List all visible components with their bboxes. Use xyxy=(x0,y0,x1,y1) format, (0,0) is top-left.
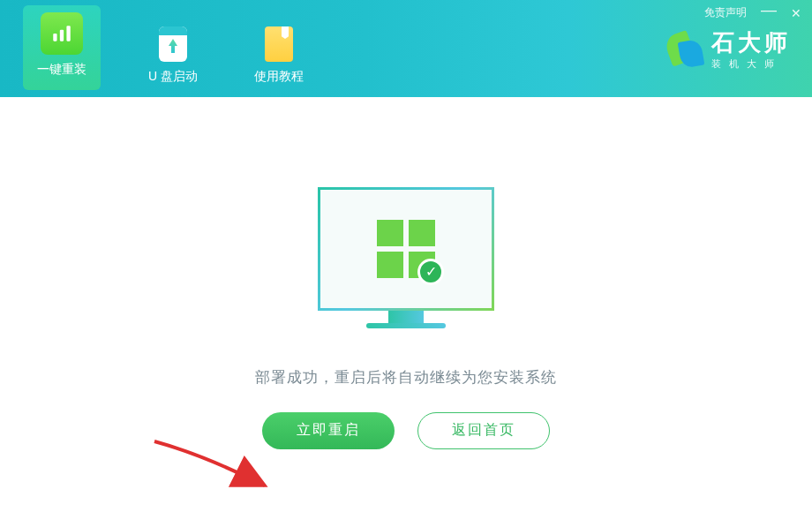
tab-bar: 一键重装 U 盘启动 使用教程 xyxy=(0,0,312,97)
tab-usb-boot[interactable]: U 盘启动 xyxy=(139,18,207,97)
windows-logo-icon: ✓ xyxy=(377,220,435,278)
app-window: 免责声明 — ✕ 一键重装 U 盘启动 使用教程 xyxy=(0,0,812,512)
success-illustration: ✓ xyxy=(318,187,494,328)
tab-label: 一键重装 xyxy=(37,62,86,78)
home-button[interactable]: 返回首页 xyxy=(417,412,550,449)
window-controls: 免责声明 — ✕ xyxy=(704,5,801,20)
tab-tutorial[interactable]: 使用教程 xyxy=(245,18,312,97)
annotation-arrow xyxy=(150,437,274,499)
header-bar: 免责声明 — ✕ 一键重装 U 盘启动 使用教程 xyxy=(0,0,812,97)
brand-logo-icon xyxy=(664,30,704,71)
tab-label: U 盘启动 xyxy=(148,69,198,85)
check-badge-icon: ✓ xyxy=(417,259,444,285)
tab-label: 使用教程 xyxy=(254,69,304,85)
brand-logo-block: 石大师 装机大师 xyxy=(664,30,791,71)
brand-subtitle: 装机大师 xyxy=(711,57,791,71)
svg-rect-1 xyxy=(60,30,64,41)
reinstall-icon xyxy=(41,12,83,55)
minimize-button[interactable]: — xyxy=(761,5,777,14)
tutorial-icon xyxy=(265,26,293,62)
svg-rect-0 xyxy=(53,34,56,41)
brand-title: 石大师 xyxy=(711,30,791,56)
action-buttons: 立即重启 返回首页 xyxy=(262,412,550,449)
disclaimer-link[interactable]: 免责声明 xyxy=(704,5,747,20)
content-area: ✓ 部署成功，重启后将自动继续为您安装系统 立即重启 返回首页 xyxy=(0,97,812,512)
status-text: 部署成功，重启后将自动继续为您安装系统 xyxy=(255,367,557,388)
tab-reinstall[interactable]: 一键重装 xyxy=(23,5,101,90)
svg-rect-2 xyxy=(66,26,70,41)
usb-icon xyxy=(159,26,187,62)
restart-button[interactable]: 立即重启 xyxy=(262,412,395,449)
close-button[interactable]: ✕ xyxy=(791,6,801,20)
